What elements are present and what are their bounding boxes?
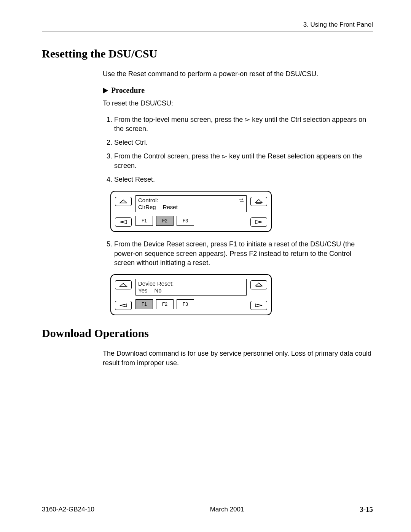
svg-marker-11 [255, 304, 262, 307]
panel-bottom-row: F1 F2 F3 [115, 216, 267, 227]
f1-key[interactable]: F1 [135, 299, 153, 309]
lcd-line1: Control: [138, 197, 244, 204]
f3-key[interactable]: F3 [177, 216, 194, 226]
up-button[interactable] [115, 280, 132, 289]
lcd-opt-yes: Yes [138, 287, 147, 294]
left-button[interactable] [115, 301, 132, 310]
procedure-label: Procedure [111, 86, 145, 95]
procedure-arrow-icon [103, 88, 108, 94]
right-button[interactable] [250, 301, 267, 310]
page: 3. Using the Front Panel Resetting the D… [0, 0, 411, 532]
f1-key[interactable]: F1 [135, 216, 153, 226]
right-key-icon [222, 155, 227, 158]
svg-marker-6 [255, 220, 262, 224]
svg-marker-2 [120, 200, 127, 203]
step-3: From the Control screen, press the key u… [114, 152, 373, 170]
panel2-top-row: Device Reset: YesNo [115, 279, 267, 296]
f2-key[interactable]: F2 [156, 216, 174, 226]
lcd-display: Device Reset: YesNo [135, 279, 247, 296]
footer-date: March 2001 [210, 506, 244, 513]
footer-docnum: 3160-A2-GB24-10 [42, 506, 94, 513]
procedure-head: Procedure [103, 86, 373, 95]
steps-list-2: From the Device Reset screen, press F1 t… [103, 240, 373, 267]
home-button[interactable] [250, 197, 267, 206]
panel2-bottom-row: F1 F2 F3 [115, 299, 267, 310]
panel-top-row: Control: ClrRegReset [115, 195, 267, 212]
fkey-row: F1 F2 F3 [135, 299, 247, 309]
lcd-opt-clrreg: ClrReg [138, 204, 156, 211]
lcd-opt-no: No [154, 287, 161, 294]
lcd-opt-reset: Reset [163, 204, 178, 211]
footer-pagenum: 3-15 [360, 505, 373, 514]
lcd-display: Control: ClrRegReset [135, 195, 247, 212]
download-text: The Download command is for use by servi… [103, 349, 373, 367]
lcd-line2: ClrRegReset [138, 204, 244, 211]
footer: 3160-A2-GB24-10 March 2001 3-15 [42, 505, 373, 514]
header-chapter: 3. Using the Front Panel [42, 21, 373, 29]
heading-resetting: Resetting the DSU/CSU [42, 47, 373, 60]
svg-marker-0 [245, 118, 250, 121]
f3-key[interactable]: F3 [177, 299, 194, 309]
intro-text: Use the Reset command to perform a power… [103, 69, 373, 78]
lcd-line2: YesNo [138, 287, 244, 294]
scroll-arrows-icon [239, 197, 244, 204]
svg-marker-3 [255, 200, 262, 203]
home-button[interactable] [250, 280, 267, 289]
body-block-2: The Download command is for use by servi… [103, 349, 373, 367]
svg-marker-10 [120, 304, 127, 307]
step-1: From the top-level menu screen, press th… [114, 115, 373, 134]
svg-marker-1 [222, 155, 227, 158]
fkey-row: F1 F2 F3 [135, 216, 247, 226]
header-rule [42, 32, 373, 32]
front-panel-control: Control: ClrRegReset F1 [110, 191, 272, 232]
svg-marker-8 [255, 283, 262, 286]
svg-marker-7 [120, 283, 127, 286]
right-button[interactable] [250, 217, 267, 227]
lcd-line1: Device Reset: [138, 280, 244, 288]
step3-part1: From the Control screen, press the [114, 152, 222, 160]
heading-download: Download Operations [42, 327, 373, 340]
right-key-icon [245, 118, 250, 121]
body-block: Use the Reset command to perform a power… [103, 69, 373, 315]
steps-list: From the top-level menu screen, press th… [103, 115, 373, 184]
front-panel-device-reset: Device Reset: YesNo F1 F2 F3 [110, 274, 272, 315]
step1-part1: From the top-level menu screen, press th… [114, 116, 245, 123]
up-button[interactable] [115, 197, 132, 206]
step-4: Select Reset. [114, 175, 373, 184]
procedure-lead: To reset the DSU/CSU: [103, 99, 373, 108]
step-2: Select Ctrl. [114, 138, 373, 147]
svg-marker-5 [120, 220, 127, 224]
step-5: From the Device Reset screen, press F1 t… [114, 240, 373, 267]
f2-key[interactable]: F2 [156, 299, 174, 309]
left-button[interactable] [115, 217, 132, 227]
